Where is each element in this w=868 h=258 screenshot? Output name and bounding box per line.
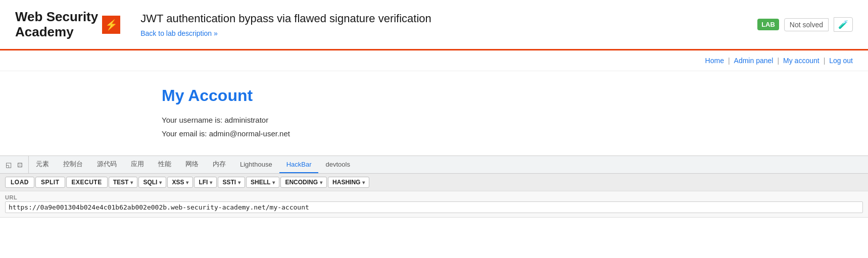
- email-line: Your email is: admin@normal-user.net: [162, 127, 706, 140]
- devtools-icon-1[interactable]: ◱: [4, 160, 13, 169]
- nav-sep-3: |: [824, 57, 826, 65]
- hackbar-ssti[interactable]: SSTI ▾: [218, 177, 245, 188]
- url-input[interactable]: [5, 201, 863, 213]
- hackbar-hashing[interactable]: HASHING ▾: [328, 177, 369, 188]
- nav-admin-panel[interactable]: Admin panel: [734, 57, 774, 65]
- tab-devtools[interactable]: devtools: [318, 156, 357, 173]
- nav-sep-1: |: [728, 57, 730, 65]
- hackbar-shell-arrow: ▾: [272, 180, 275, 185]
- hackbar-sqli[interactable]: SQLI ▾: [138, 177, 166, 188]
- devtools-bar: ◱ ⊡ 元素 控制台 源代码 应用 性能 网络 内存 Lighthouse Ha…: [0, 156, 868, 174]
- nav-bar: Home | Admin panel | My account | Log ou…: [0, 50, 868, 71]
- page-heading: My Account: [162, 86, 706, 105]
- hackbar-encoding-arrow: ▾: [320, 180, 322, 185]
- main-content: My Account Your username is: administrat…: [0, 71, 868, 156]
- hackbar-tools: LOAD SPLIT EXECUTE TEST ▾ SQLI ▾ XSS ▾ L…: [0, 174, 868, 191]
- lab-status: Not solved: [784, 18, 829, 31]
- hackbar-test-arrow: ▾: [130, 180, 133, 185]
- hackbar-shell[interactable]: SHELL ▾: [246, 177, 279, 188]
- hackbar-hashing-arrow: ▾: [362, 180, 365, 185]
- page-header: Web SecurityAcademy ⚡ JWT authentication…: [0, 0, 868, 50]
- nav-home[interactable]: Home: [705, 57, 724, 65]
- logo-text: Web SecurityAcademy: [15, 10, 98, 40]
- hackbar-split[interactable]: SPLIT: [35, 177, 65, 188]
- hackbar: LOAD SPLIT EXECUTE TEST ▾ SQLI ▾ XSS ▾ L…: [0, 174, 868, 218]
- tab-performance[interactable]: 性能: [151, 156, 178, 173]
- username-line: Your username is: administrator: [162, 113, 706, 127]
- tab-lighthouse[interactable]: Lighthouse: [233, 156, 279, 173]
- hackbar-lfi-arrow: ▾: [210, 180, 212, 185]
- devtools-icons: ◱ ⊡: [0, 156, 29, 173]
- hackbar-ssti-arrow: ▾: [238, 180, 240, 185]
- header-right: LAB Not solved 🧪: [757, 17, 853, 32]
- hackbar-sqli-arrow: ▾: [159, 180, 162, 185]
- hackbar-encoding[interactable]: ENCODING ▾: [280, 177, 327, 188]
- hackbar-lfi[interactable]: LFI ▾: [194, 177, 217, 188]
- hackbar-load[interactable]: LOAD: [5, 177, 34, 188]
- nav-links: Home | Admin panel | My account | Log ou…: [705, 57, 853, 65]
- flask-icon[interactable]: 🧪: [834, 17, 853, 32]
- account-info: Your username is: administrator Your ema…: [162, 113, 706, 140]
- tab-console[interactable]: 控制台: [56, 156, 90, 173]
- nav-sep-2: |: [777, 57, 779, 65]
- header-middle: JWT authentication bypass via flawed sig…: [140, 12, 431, 37]
- lab-badge: LAB: [757, 19, 779, 30]
- logo-icon: ⚡: [102, 16, 120, 34]
- tab-hackbar[interactable]: HackBar: [279, 156, 319, 173]
- logo: Web SecurityAcademy ⚡: [15, 10, 120, 40]
- devtools-icon-2[interactable]: ⊡: [15, 160, 24, 169]
- url-label: URL: [5, 194, 863, 200]
- hackbar-execute[interactable]: EXECUTE: [66, 177, 108, 188]
- tab-app[interactable]: 应用: [124, 156, 151, 173]
- nav-my-account[interactable]: My account: [783, 57, 819, 65]
- url-bar: URL: [0, 191, 868, 217]
- nav-log-out[interactable]: Log out: [829, 57, 853, 65]
- lab-title: JWT authentication bypass via flawed sig…: [140, 12, 431, 25]
- back-link[interactable]: Back to lab description »: [140, 29, 431, 37]
- hackbar-xss-arrow: ▾: [186, 180, 188, 185]
- tab-elements[interactable]: 元素: [29, 156, 56, 173]
- tab-network[interactable]: 网络: [178, 156, 206, 173]
- tab-memory[interactable]: 内存: [206, 156, 233, 173]
- hackbar-xss[interactable]: XSS ▾: [167, 177, 193, 188]
- tab-source[interactable]: 源代码: [90, 156, 124, 173]
- hackbar-test[interactable]: TEST ▾: [109, 177, 138, 188]
- devtools-tabs: 元素 控制台 源代码 应用 性能 网络 内存 Lighthouse HackBa…: [29, 156, 357, 173]
